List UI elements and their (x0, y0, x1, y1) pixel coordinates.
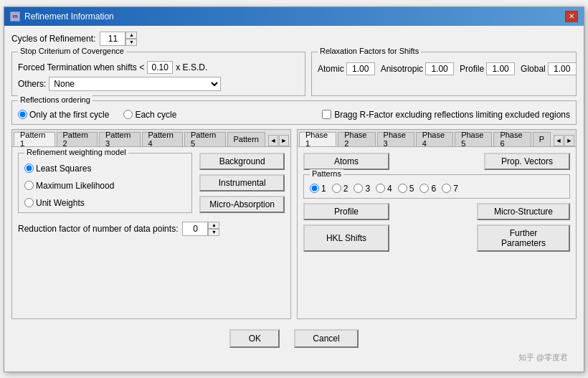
phase-tab-5[interactable]: Phase 5 (455, 132, 492, 146)
patterns-radios: 1 2 3 4 (310, 184, 564, 194)
anisotropic-item: Anisotropic (381, 62, 454, 75)
pattern-tab-6[interactable]: Pattern (227, 132, 265, 146)
unit-weights-text: Unit Weights (36, 198, 85, 208)
pattern-radio-5-text: 5 (409, 184, 414, 194)
least-squares-radio[interactable] (24, 164, 34, 173)
least-squares-text: Least Squares (36, 164, 91, 174)
title-bar-left: m Refinement Information (10, 11, 114, 22)
cycles-spinner-buttons[interactable]: ▲ ▼ (125, 32, 137, 46)
micro-structure-button[interactable]: Micro-Structure (477, 203, 570, 220)
patterns-group-title: Patterns (310, 169, 343, 178)
maximum-likelihood-radio[interactable] (24, 181, 34, 190)
maximum-likelihood-label[interactable]: Maximum Likelihood (24, 181, 186, 191)
pattern-radio-7-label[interactable]: 7 (442, 184, 458, 194)
reflections-option1-label[interactable]: Only at the first cycle (18, 110, 109, 120)
instrumental-button[interactable]: Instrumental (199, 174, 285, 192)
atoms-button[interactable]: Atoms (303, 153, 389, 170)
pattern-tab-nav: ◄ ► (268, 135, 289, 146)
pattern-buttons: Background Instrumental Micro-Absorption (199, 153, 285, 213)
pattern-tab-5[interactable]: Pattern 5 (184, 132, 226, 146)
pattern-radio-3[interactable] (354, 184, 363, 193)
least-squares-label[interactable]: Least Squares (24, 164, 186, 174)
prop-vectors-button[interactable]: Prop. Vectors (484, 153, 570, 170)
pattern-radio-4[interactable] (376, 184, 385, 193)
pattern-radio-6[interactable] (419, 184, 429, 193)
cycles-spinner[interactable]: ▲ ▼ (100, 32, 137, 46)
forced-termination-row: Forced Termination when shifts < x E.S.D… (18, 61, 299, 74)
phase-tab-prev[interactable]: ◄ (554, 135, 564, 146)
pattern-tab-prev[interactable]: ◄ (268, 135, 278, 146)
hkl-shifts-button[interactable]: HKL Shifts (303, 225, 389, 252)
phase-tab-1[interactable]: Phase 1 (299, 132, 336, 146)
others-select[interactable]: None (49, 77, 221, 91)
phase-tab-p[interactable]: P (533, 132, 551, 146)
phase-tab-2[interactable]: Phase 2 (338, 132, 375, 146)
reduction-spinner[interactable]: ▲ ▼ (182, 222, 219, 236)
pattern-radio-5-label[interactable]: 5 (398, 184, 414, 194)
phase-tab-next[interactable]: ► (564, 135, 574, 146)
forced-label: Forced Termination when shifts < (18, 62, 144, 72)
profile-relax-item: Profile (460, 62, 515, 75)
phase-tab-6[interactable]: Phase 6 (493, 132, 531, 146)
pattern-radio-6-label[interactable]: 6 (419, 184, 436, 194)
cycles-up-button[interactable]: ▲ (125, 32, 137, 39)
atomic-label: Atomic (318, 64, 344, 74)
cycles-row: Cycles of Refinement: ▲ ▼ (11, 32, 577, 46)
profile-relax-input[interactable] (486, 62, 515, 75)
pattern-radio-2[interactable] (332, 184, 341, 193)
pattern-tab-2[interactable]: Pattern 2 (57, 132, 98, 146)
reflections-option2-radio[interactable] (123, 110, 133, 119)
pattern-radio-2-label[interactable]: 2 (332, 184, 348, 194)
pattern-radio-5[interactable] (398, 184, 407, 193)
phase-bottom-buttons: HKL Shifts Further Parameters (303, 225, 570, 252)
reflections-option1-radio[interactable] (18, 110, 27, 119)
atomic-input[interactable] (346, 62, 375, 75)
ok-button[interactable]: OK (229, 329, 280, 348)
reflections-option2-label[interactable]: Each cycle (123, 110, 176, 120)
cycles-down-button[interactable]: ▼ (125, 39, 137, 46)
stop-criterion-group: Stop Criterium of Covergence Forced Term… (11, 52, 305, 96)
anisotropic-input[interactable] (425, 62, 454, 75)
pattern-radio-4-text: 4 (387, 184, 392, 194)
profile-button[interactable]: Profile (303, 203, 389, 220)
unit-weights-radio[interactable] (24, 198, 34, 207)
cycles-input[interactable] (100, 32, 125, 46)
pattern-tab-next[interactable]: ► (279, 135, 289, 146)
phase-top-buttons: Atoms Prop. Vectors (303, 153, 570, 170)
pattern-tab-4[interactable]: Pattern 4 (142, 132, 184, 146)
phase-tab-3[interactable]: Phase 3 (377, 132, 414, 146)
reduction-spinner-buttons[interactable]: ▲ ▼ (208, 222, 219, 236)
pattern-tab-3[interactable]: Pattern 3 (99, 132, 141, 146)
pattern-radio-1-label[interactable]: 1 (310, 184, 326, 194)
reduction-down-button[interactable]: ▼ (208, 229, 219, 236)
bragg-checkbox[interactable] (322, 110, 331, 119)
phase-tab-4[interactable]: Phase 4 (416, 132, 453, 146)
close-button[interactable]: ✕ (565, 11, 578, 22)
unit-label: x E.S.D. (176, 62, 207, 72)
pattern-tab-1[interactable]: Pattern 1 (14, 132, 55, 146)
pattern-radio-7[interactable] (442, 184, 451, 193)
phase-tab-nav: ◄ ► (554, 135, 574, 146)
further-parameters-button[interactable]: Further Parameters (477, 225, 570, 252)
background-button[interactable]: Background (199, 153, 285, 170)
phase-section: Phase 1 Phase 2 Phase 3 Phase 4 Phase 5 … (297, 129, 577, 319)
criterion-relaxation-row: Stop Criterium of Covergence Forced Term… (11, 52, 577, 96)
pattern-main: Refinement weighting model Least Squares… (18, 153, 285, 213)
pattern-radio-1[interactable] (310, 184, 319, 193)
reduction-up-button[interactable]: ▲ (208, 222, 219, 229)
cancel-button[interactable]: Cancel (294, 329, 358, 348)
pattern-radio-4-label[interactable]: 4 (376, 184, 392, 194)
bottom-section: Pattern 1 Pattern 2 Pattern 3 Pattern 4 … (11, 129, 577, 319)
pattern-radio-3-label[interactable]: 3 (354, 184, 370, 194)
micro-absorption-button[interactable]: Micro-Absorption (199, 196, 285, 213)
global-input[interactable] (548, 62, 577, 75)
relaxation-inner: Atomic Anisotropic Profile Global (318, 62, 570, 75)
unit-weights-label[interactable]: Unit Weights (24, 198, 186, 208)
weighting-radios: Least Squares Maximum Likelihood Unit We… (24, 164, 186, 208)
reflections-option1-text: Only at the first cycle (29, 110, 109, 120)
dialog-footer: OK Cancel (11, 323, 577, 352)
threshold-input[interactable] (147, 61, 173, 74)
relaxation-title: Relaxation Factors for Shifts (318, 47, 421, 55)
app-icon: m (10, 11, 20, 22)
reduction-input[interactable] (182, 222, 208, 236)
